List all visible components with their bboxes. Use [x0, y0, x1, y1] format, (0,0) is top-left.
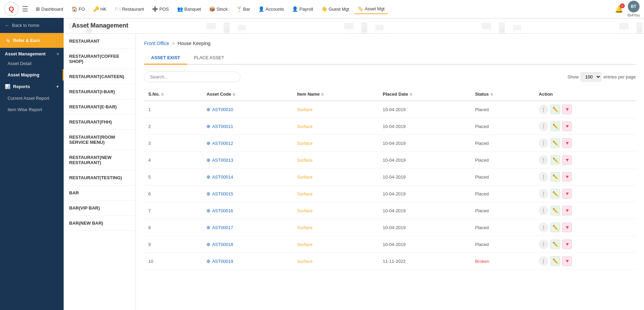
delete-button[interactable]: 🔻	[562, 223, 572, 232]
delete-button[interactable]: 🔻	[562, 121, 572, 131]
edit-button[interactable]: ✏️	[550, 155, 560, 165]
more-options-button[interactable]: ⋮	[539, 239, 548, 249]
nav-label: Stock	[216, 7, 228, 12]
edit-button[interactable]: ✏️	[550, 121, 560, 131]
notification-bell[interactable]: 🔔 0	[615, 5, 623, 13]
delete-button[interactable]: 🔻	[562, 155, 572, 165]
edit-button[interactable]: ✏️	[550, 189, 560, 199]
cell-item-name: Surface	[293, 135, 379, 152]
left-panel-item[interactable]: BAR	[64, 185, 136, 201]
table-col-sno.: S.No.⇅	[144, 88, 202, 101]
plus-icon: ⊕	[206, 140, 211, 146]
cell-action: ⋮ ✏️ 🔻	[535, 169, 636, 185]
nav-item-fo[interactable]: 🏠FO	[68, 4, 88, 14]
more-options-button[interactable]: ⋮	[539, 138, 548, 148]
cell-asset-code[interactable]: ⊕AST00018	[202, 236, 293, 253]
nav-label: POS	[159, 7, 169, 12]
entries-per-page-select[interactable]: 100 50 25	[581, 72, 601, 82]
refer-and-earn-button[interactable]: 🏷️ Refer & Earn	[0, 33, 64, 48]
more-options-button[interactable]: ⋮	[539, 172, 548, 182]
edit-button[interactable]: ✏️	[550, 172, 560, 182]
cell-asset-code[interactable]: ⊕AST00013	[202, 152, 293, 169]
sidebar-item-current-asset-report[interactable]: Current Asset Report	[0, 93, 64, 104]
hamburger-icon[interactable]: ☰	[22, 5, 28, 13]
left-panel-item[interactable]: RESTAURANT(I-BAR)	[64, 84, 136, 99]
cell-asset-code[interactable]: ⊕AST00016	[202, 202, 293, 219]
cell-asset-code[interactable]: ⊕AST00011	[202, 118, 293, 135]
cell-asset-code[interactable]: ⊕AST00010	[202, 101, 293, 118]
nav-icon: 📦	[209, 6, 215, 12]
cell-asset-code[interactable]: ⊕AST00017	[202, 219, 293, 236]
search-input[interactable]	[144, 72, 240, 82]
edit-button[interactable]: ✏️	[550, 223, 560, 232]
edit-button[interactable]: ✏️	[550, 256, 560, 266]
left-panel-item[interactable]: RESTAURANT(E-BAR)	[64, 99, 136, 115]
back-to-home-button[interactable]: ← Back to home	[0, 18, 64, 33]
delete-button[interactable]: 🔻	[562, 172, 572, 182]
tab-place-asset[interactable]: PLACE ASSET	[187, 52, 231, 65]
cell-placed-date: 10-04-2019	[379, 101, 471, 118]
cell-asset-code[interactable]: ⊕AST00015	[202, 185, 293, 202]
left-panel-item[interactable]: BAR(VIP BAR)	[64, 201, 136, 216]
action-buttons: ⋮ ✏️ 🔻	[539, 105, 632, 114]
delete-button[interactable]: 🔻	[562, 105, 572, 114]
nav-item-accounts[interactable]: 👤Accounts	[255, 4, 287, 14]
more-options-button[interactable]: ⋮	[539, 206, 548, 215]
left-panel-item[interactable]: RESTAURANT(FHH)	[64, 115, 136, 130]
edit-button[interactable]: ✏️	[550, 206, 560, 215]
nav-item-restaurant[interactable]: 🍽️Restaurant	[111, 4, 148, 14]
more-options-button[interactable]: ⋮	[539, 223, 548, 232]
cell-asset-code[interactable]: ⊕AST00019	[202, 253, 293, 270]
nav-item-bar[interactable]: 🍸Bar	[233, 4, 254, 14]
edit-button[interactable]: ✏️	[550, 138, 560, 148]
edit-button[interactable]: ✏️	[550, 105, 560, 114]
tab-asset-exist[interactable]: ASSET EXIST	[144, 52, 187, 65]
nav-item-banquet[interactable]: 👥Banquet	[174, 4, 204, 14]
left-panel-item[interactable]: RESTAURANT	[64, 34, 136, 49]
sidebar-item-item-wise-report[interactable]: Item Wise Report	[0, 104, 64, 115]
delete-button[interactable]: 🔻	[562, 256, 572, 266]
action-buttons: ⋮ ✏️ 🔻	[539, 239, 632, 249]
more-options-button[interactable]: ⋮	[539, 105, 548, 114]
nav-item-guest-mgt[interactable]: 👋Guest Mgt	[318, 4, 353, 14]
nav-item-asset-mgt[interactable]: 🏷️Asset Mgt	[354, 4, 388, 14]
user-avatar[interactable]: BT	[628, 1, 640, 12]
left-panel-item[interactable]: RESTAURANT(TESTING)	[64, 170, 136, 185]
action-buttons: ⋮ ✏️ 🔻	[539, 206, 632, 215]
more-options-button[interactable]: ⋮	[539, 189, 548, 199]
cell-status: Placed	[471, 236, 535, 253]
asset-management-section[interactable]: Asset Management ▾	[0, 48, 64, 58]
reports-section[interactable]: 📊 Reports ▾	[0, 81, 64, 93]
cell-asset-code[interactable]: ⊕AST00014	[202, 169, 293, 185]
left-panel-item[interactable]: RESTAURANT(COFFEE SHOP)	[64, 49, 136, 69]
top-navigation: Q ☰ ⊞Dashboard🏠FO🔑HK🍽️Restaurant➕POS👥Ban…	[0, 0, 644, 18]
delete-button[interactable]: 🔻	[562, 239, 572, 249]
cell-status: Placed	[471, 219, 535, 236]
left-panel-item[interactable]: RESTAURANT(ROOM SERVICE MENU)	[64, 130, 136, 150]
cell-item-name: Surface	[293, 185, 379, 202]
left-panel-item[interactable]: BAR(NEW BAR)	[64, 216, 136, 231]
nav-item-dashboard[interactable]: ⊞Dashboard	[32, 4, 67, 14]
nav-item-payroll[interactable]: 👤Payroll	[289, 4, 316, 14]
more-options-button[interactable]: ⋮	[539, 256, 548, 266]
nav-label: Banquet	[184, 7, 201, 12]
table-row: 4⊕AST00013Surface10-04-2019Placed ⋮ ✏️ 🔻	[144, 152, 636, 169]
edit-button[interactable]: ✏️	[550, 239, 560, 249]
nav-label: Payroll	[299, 7, 313, 12]
breadcrumb-home[interactable]: Front Office	[144, 41, 169, 46]
sidebar-item-asset-mapping[interactable]: Asset Mapping	[0, 69, 64, 81]
cell-sno: 5	[144, 169, 202, 185]
notification-badge: 0	[620, 3, 625, 8]
left-panel-item[interactable]: RESTAURANT(CANTEEN)	[64, 69, 136, 84]
more-options-button[interactable]: ⋮	[539, 155, 548, 165]
delete-button[interactable]: 🔻	[562, 206, 572, 215]
delete-button[interactable]: 🔻	[562, 189, 572, 199]
delete-button[interactable]: 🔻	[562, 138, 572, 148]
sidebar-item-asset-detail[interactable]: Asset Detail	[0, 58, 64, 69]
nav-item-pos[interactable]: ➕POS	[149, 4, 172, 14]
cell-asset-code[interactable]: ⊕AST00012	[202, 135, 293, 152]
more-options-button[interactable]: ⋮	[539, 121, 548, 131]
nav-item-stock[interactable]: 📦Stock	[206, 4, 231, 14]
left-panel-item[interactable]: RESTAURANT(NEW RESTAURANT)	[64, 150, 136, 170]
nav-item-hk[interactable]: 🔑HK	[90, 4, 110, 14]
